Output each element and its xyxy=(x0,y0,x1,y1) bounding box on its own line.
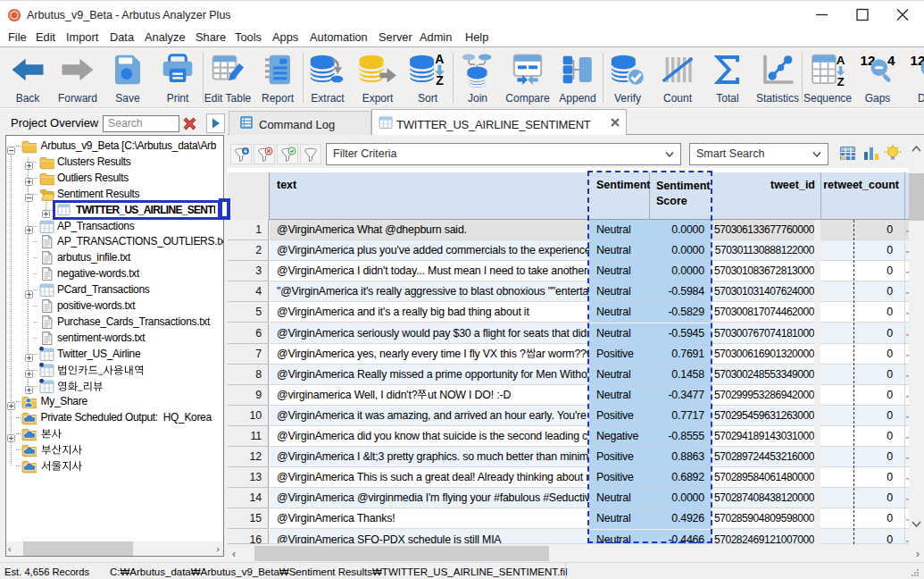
svg-text:A: A xyxy=(837,54,845,67)
svg-text:A: A xyxy=(435,52,444,66)
svg-text:4: 4 xyxy=(887,53,895,68)
svg-text:Z: Z xyxy=(837,75,844,88)
